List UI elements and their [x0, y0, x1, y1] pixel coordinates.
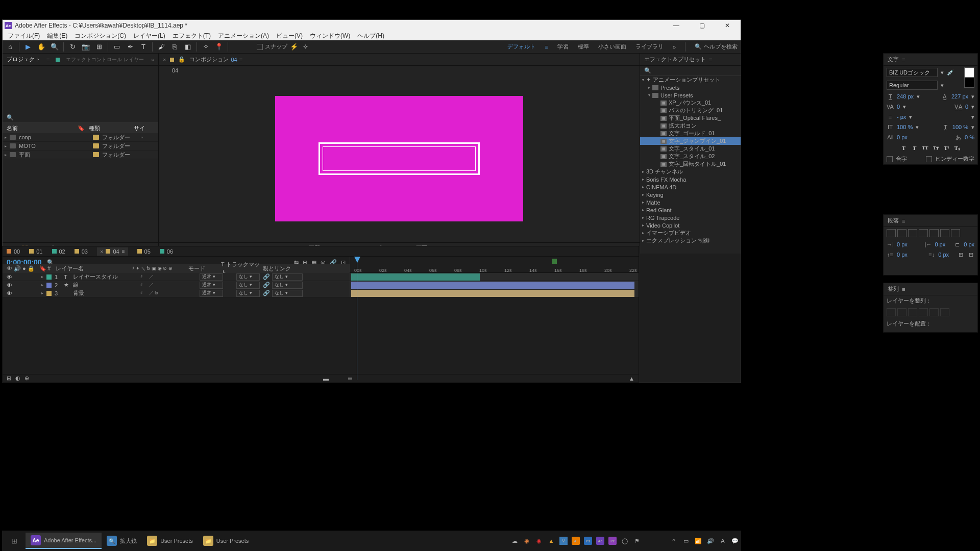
tray-up-icon[interactable]: ^ — [670, 537, 678, 545]
tree-category[interactable]: ▸エクスプレッション 制御 — [640, 237, 741, 244]
tree-category[interactable]: ▸イマーシブビデオ — [640, 229, 741, 237]
parent-dd[interactable]: なし ▾ — [272, 290, 303, 297]
search-icon[interactable]: 🔍 — [695, 43, 702, 50]
tray-ae-icon[interactable]: Ae — [596, 537, 604, 545]
search-help-placeholder[interactable]: ヘルプを検索 — [704, 43, 738, 51]
ligature-checkbox[interactable] — [887, 156, 893, 162]
align-center-button[interactable] — [897, 229, 906, 237]
eyedropper-icon[interactable]: 💉 — [947, 69, 954, 76]
smallcaps-button[interactable]: Tᴛ — [932, 144, 941, 152]
eraser-tool-icon[interactable]: ◧ — [183, 42, 192, 52]
comp-close-icon[interactable]: × — [163, 57, 166, 63]
workspace-learn[interactable]: 学習 — [557, 43, 569, 51]
workarea-end[interactable] — [552, 259, 557, 264]
project-row[interactable]: ▸ MOTO フォルダー — [3, 142, 158, 151]
hscale-value[interactable]: 100 % — [952, 124, 968, 130]
comp-lock-icon[interactable]: 🔒 — [178, 56, 185, 63]
workspace-more-icon[interactable]: » — [673, 44, 676, 50]
rotate-tool-icon[interactable]: ↻ — [68, 42, 77, 52]
home-icon[interactable]: ⌂ — [6, 42, 15, 52]
visibility-icon[interactable]: 👁 — [7, 282, 13, 288]
tree-category[interactable]: ▸CINEMA 4D — [640, 183, 741, 191]
blend-mode-dd[interactable]: 通常 ▾ — [200, 273, 223, 281]
minimize-button[interactable]: — — [665, 20, 688, 31]
tategaki-icon[interactable]: ⊞ — [957, 251, 964, 258]
tracking-value[interactable]: 0 — [965, 104, 968, 110]
tray-volume-icon[interactable]: 🔊 — [706, 537, 715, 545]
preset-item[interactable]: ▦文字_回転タイトル_01 — [640, 160, 741, 168]
hindi-checkbox[interactable] — [926, 156, 932, 162]
tray-flag-icon[interactable]: ⚑ — [633, 537, 641, 545]
preset-item[interactable]: ▦文字_スタイル_01 — [640, 145, 741, 153]
tl-b2-icon[interactable]: ◐ — [15, 375, 20, 382]
justify-all-button[interactable] — [951, 229, 960, 237]
preset-item[interactable]: ▦文字_スタイル_02 — [640, 153, 741, 160]
project-row[interactable]: ▸ conp フォルダー ▫ — [3, 133, 158, 142]
timeline-layer-row[interactable]: 👁 ▸ 2 ★ 線 ♯ ／ 通常 ▾ なし ▾ 🔗 なし ▾ — [3, 281, 639, 289]
tree-category[interactable]: ▸Boris FX Mocha — [640, 176, 741, 183]
tray-notif-icon[interactable]: 💬 — [731, 537, 739, 545]
parent-dd[interactable]: なし ▾ — [272, 273, 303, 281]
tree-category[interactable]: ▸Matte — [640, 198, 741, 206]
taskbar-app[interactable]: 📁 User Presets — [198, 533, 254, 549]
justify-right-button[interactable] — [940, 229, 949, 237]
workspace-small[interactable]: 小さい画面 — [598, 43, 626, 51]
comp-breadcrumb[interactable]: 04 — [172, 67, 178, 73]
tab-effect-controls[interactable]: エフェクトコントロール レイヤー — [66, 56, 144, 63]
font-family-input[interactable] — [887, 68, 938, 77]
tree-category[interactable]: ▸3D チャンネル — [640, 168, 741, 176]
italic-button[interactable]: T — [910, 144, 919, 152]
menu-view[interactable]: ビュー(V) — [273, 31, 306, 40]
menu-layer[interactable]: レイヤー(L) — [130, 31, 168, 40]
selection-tool-icon[interactable]: ▶ — [23, 42, 33, 52]
leading-value[interactable]: 227 px — [951, 93, 968, 99]
tray-v-icon[interactable]: V — [559, 537, 568, 545]
camera-tool-icon[interactable]: 📷 — [81, 42, 90, 52]
preset-item[interactable]: ▦文字_ゴールド_01 — [640, 130, 741, 137]
tray-battery-icon[interactable]: ▭ — [682, 537, 690, 545]
align-left-button[interactable] — [887, 229, 896, 237]
pan-behind-tool-icon[interactable]: ⊞ — [94, 42, 104, 52]
subscript-button[interactable]: T₁ — [953, 144, 962, 152]
menu-help[interactable]: ヘルプ(H) — [354, 31, 387, 40]
timeline-tab[interactable]: 01 — [29, 248, 42, 255]
rectangle-tool-icon[interactable]: ▭ — [112, 42, 121, 52]
track-matte-dd[interactable]: なし ▾ — [236, 290, 260, 297]
tab-project[interactable]: プロジェクト — [7, 56, 40, 63]
taskbar-app[interactable]: Ae Adobe After Effects... — [26, 533, 102, 549]
project-row[interactable]: ▸ 平面 フォルダー — [3, 151, 158, 159]
tray-cloud-icon[interactable]: ☁ — [510, 537, 519, 545]
tray-wifi-icon[interactable]: 📶 — [694, 537, 702, 545]
menu-window[interactable]: ウィンドウ(W) — [307, 31, 353, 40]
puppet-tool-icon[interactable]: 📍 — [214, 42, 224, 52]
tl-b3-icon[interactable]: ⊕ — [24, 375, 29, 382]
tray-ps-icon[interactable]: Ps — [584, 537, 592, 545]
tsume-value[interactable]: 0 % — [965, 134, 974, 140]
rtl-icon[interactable]: ⊟ — [967, 251, 974, 258]
menu-composition[interactable]: コンポジション(C) — [71, 31, 129, 40]
tray-circle-icon[interactable]: ◯ — [621, 537, 629, 545]
tree-presets[interactable]: ▸Presets — [640, 84, 741, 91]
tray-ai-icon[interactable]: Ai — [572, 537, 580, 545]
clone-tool-icon[interactable]: ⎘ — [170, 42, 179, 52]
taskbar-app[interactable]: 📁 User Presets — [142, 533, 198, 549]
canvas[interactable] — [275, 96, 523, 221]
tree-category[interactable]: ▸Red Giant — [640, 206, 741, 214]
brush-tool-icon[interactable]: 🖌 — [157, 42, 166, 52]
menu-animation[interactable]: アニメーション(A) — [215, 31, 272, 40]
menu-effect[interactable]: エフェクト(T) — [169, 31, 214, 40]
blend-mode-dd[interactable]: 通常 ▾ — [200, 282, 223, 289]
preset-item[interactable]: ▦パスのトリミング_01 — [640, 107, 741, 114]
blend-mode-dd[interactable]: 通常 ▾ — [200, 290, 223, 297]
superscript-button[interactable]: T¹ — [942, 144, 951, 152]
tree-category[interactable]: ▸Keying — [640, 191, 741, 198]
stroke-color[interactable] — [964, 78, 974, 88]
timeline-tab[interactable]: ×04 ≡ — [97, 247, 128, 256]
start-button[interactable]: ⊞ — [4, 533, 24, 549]
menu-file[interactable]: ファイル(F) — [5, 31, 43, 40]
preset-item[interactable]: ▦平面_Optical Flares_ — [640, 114, 741, 122]
menu-edit[interactable]: 編集(E) — [44, 31, 70, 40]
tree-category[interactable]: ▸Video Copilot — [640, 221, 741, 229]
bold-button[interactable]: T — [899, 144, 909, 152]
tree-category[interactable]: ▸RG Trapcode — [640, 214, 741, 221]
